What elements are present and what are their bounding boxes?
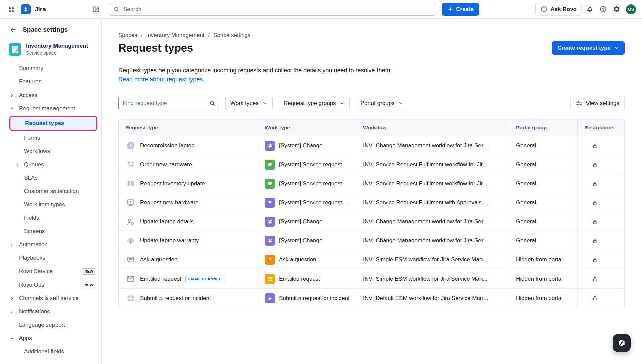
sidebar-item-workflows[interactable]: Workflows (0, 145, 101, 158)
sidebar-item-forms[interactable]: Forms (0, 131, 101, 145)
cloud-upload-icon (125, 236, 136, 245)
request-type-name: Decommission laptop (140, 142, 195, 149)
sidebar-item-playbooks[interactable]: Playbooks (0, 251, 101, 265)
sidebar-item-request-management[interactable]: Request management (0, 102, 101, 115)
sidebar-item-rovo-service[interactable]: Rovo ServiceNEW (0, 265, 101, 278)
sidebar-item-rovo-ops[interactable]: Rovo OpsNEW (0, 278, 101, 292)
sidebar-item-label: Customer satisfaction (24, 188, 79, 195)
workflow-name: INV: Change Management workflow for Jira… (363, 142, 488, 149)
chevron-right-icon[interactable] (9, 242, 14, 247)
work-type-name: [System] Change (279, 142, 322, 149)
sidebar-item-channels-self-service[interactable]: Channels & self service (0, 292, 101, 305)
chevron-down-icon[interactable] (9, 336, 15, 341)
chevron-down-icon (339, 101, 345, 106)
app-switcher-button[interactable] (6, 4, 17, 15)
document-icon (265, 198, 275, 208)
find-request-type-input[interactable] (118, 97, 219, 110)
email-icon (265, 274, 275, 284)
sidebar-item-fields[interactable]: Fields (0, 211, 101, 225)
sidebar-item-summary[interactable]: Summary (0, 62, 101, 75)
chevron-right-icon[interactable] (9, 296, 14, 301)
chevron-down-icon[interactable] (9, 106, 15, 111)
sidebar-item-customer-satisfaction[interactable]: Customer satisfaction (0, 185, 101, 198)
sidebar-item-notifications[interactable]: Notifications (0, 305, 101, 318)
collapse-sidebar-button[interactable] (90, 4, 102, 15)
sidebar-item-features[interactable]: Features (0, 75, 101, 88)
page-description: Request types help you categorize incomi… (118, 66, 625, 75)
unlock-icon (591, 142, 598, 149)
space-type: Service space (26, 50, 88, 56)
sidebar-item-label: Notifications (19, 308, 50, 315)
table-row-update-laptop-details[interactable]: Update laptop details[System] ChangeINV:… (119, 212, 624, 231)
chevron-right-icon[interactable] (9, 309, 14, 314)
work-type-name: [System] Change (279, 237, 322, 244)
sidebar-item-automation[interactable]: Automation (0, 238, 101, 251)
portal-group-value: General (516, 180, 536, 187)
table-row-emailed-request[interactable]: Emailed requestEMAIL CHANNELEmailed requ… (119, 269, 624, 289)
table-row-update-laptop-warranty[interactable]: Update laptop warranty[System] ChangeINV… (119, 231, 624, 250)
jira-logo (21, 4, 31, 14)
sidebar-collapse-icon (92, 6, 100, 13)
search-icon (113, 6, 120, 13)
sidebar-item-work-item-types[interactable]: Work item types (0, 198, 101, 211)
sidebar-item-label: Automation (19, 241, 48, 248)
top-nav: Jira Create Ask Rovo OS (0, 0, 642, 19)
chevron-right-icon[interactable] (15, 162, 20, 167)
sidebar-item-language-support[interactable]: Language support (0, 318, 101, 332)
sidebar-item-access[interactable]: Access (0, 88, 101, 102)
work-types-dropdown[interactable]: Work types (225, 97, 273, 110)
sidebar-item-request-types[interactable]: Request types (9, 116, 97, 131)
person-add-icon (125, 217, 136, 226)
breadcrumb: Spaces Inventory Management Space settin… (118, 32, 625, 39)
portal-group-value: General (516, 237, 536, 244)
portal-groups-dropdown[interactable]: Portal groups (356, 97, 408, 110)
table-row-decommission-laptop[interactable]: Decommission laptop[System] ChangeINV: C… (119, 136, 624, 155)
avatar[interactable]: OS (626, 4, 636, 14)
back-button[interactable] (9, 25, 17, 34)
request-type-name: Update laptop details (140, 218, 194, 225)
sidebar-item-queues[interactable]: Queues (0, 158, 101, 171)
view-settings-label: View settings (586, 100, 619, 107)
read-more-link[interactable]: Read more about request types. (118, 76, 204, 83)
portal-group-value: General (516, 142, 536, 149)
workflow-name: INV: Simple ESM workflow for Jira Servic… (363, 276, 488, 282)
work-type-name: [System] Service request (279, 161, 342, 168)
sidebar-item-label: Request types (25, 120, 64, 127)
notifications-button[interactable] (584, 4, 595, 15)
search-input[interactable] (109, 3, 436, 16)
sidebar-item-apps[interactable]: Apps (0, 332, 101, 345)
breadcrumb-space-settings[interactable]: Space settings (204, 32, 250, 39)
create-button[interactable]: Create (442, 3, 479, 16)
portal-group-value: General (516, 218, 536, 225)
request-type-name: Request new hardware (140, 199, 199, 206)
help-button[interactable] (597, 4, 609, 15)
work-type-name: [System] Service request ... (279, 199, 348, 206)
table-row-request-new-hardware[interactable]: Request new hardware[System] Service req… (119, 193, 624, 212)
help-icon (599, 5, 607, 13)
rovo-chat-button[interactable] (613, 334, 631, 352)
view-settings-button[interactable]: View settings (570, 97, 625, 110)
sidebar-item-screens[interactable]: Screens (0, 225, 101, 238)
breadcrumb-spaces[interactable]: Spaces (118, 32, 137, 39)
sidebar-item-label: Apps (19, 335, 32, 342)
request-type-groups-dropdown[interactable]: Request type groups (279, 97, 350, 110)
table-row-ask-a-question[interactable]: Ask a question?Ask a questionINV: Simple… (119, 250, 624, 269)
sidebar-item-slas[interactable]: SLAs (0, 171, 101, 185)
table-row-request-inventory-update[interactable]: Request inventory update[System] Service… (119, 174, 624, 193)
ask-rovo-button[interactable]: Ask Rovo (535, 3, 582, 16)
sidebar-item-additional-fields[interactable]: Additional fields (0, 345, 101, 358)
find-request-type (118, 97, 219, 110)
space-header: Inventory Management Service space (0, 43, 101, 56)
sliders-icon (576, 100, 582, 107)
work-type-name: Submit a request or incident (279, 295, 350, 302)
create-request-type-button[interactable]: Create request type (552, 41, 625, 55)
breadcrumb-project[interactable]: Inventory Management (137, 32, 205, 39)
chevron-right-icon[interactable] (9, 93, 14, 98)
rovo-icon (540, 6, 548, 13)
portal-group-value: General (516, 199, 536, 206)
rovo-chat-icon (617, 339, 626, 347)
jira-logo-icon (23, 6, 29, 12)
settings-button[interactable] (611, 4, 622, 15)
table-row-order-new-hardware[interactable]: Order new hardware[System] Service reque… (119, 155, 624, 174)
table-row-submit-a-request-or-incident[interactable]: Submit a request or incidentSubmit a req… (119, 289, 624, 308)
